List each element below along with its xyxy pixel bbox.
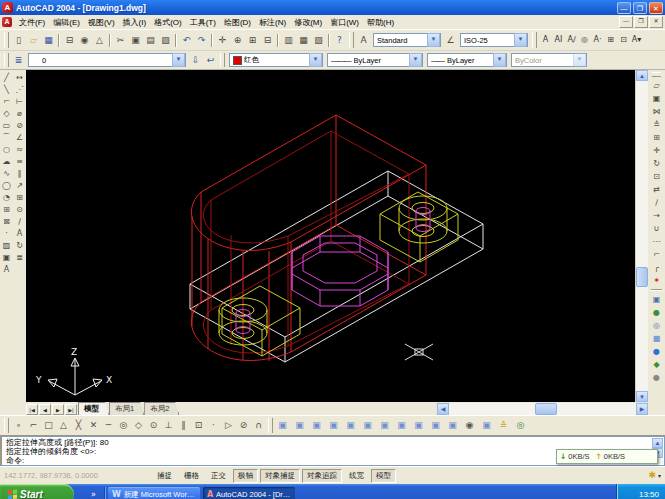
ne-isometric-button[interactable]: ▣ xyxy=(428,418,443,433)
snap-quadrant-button[interactable]: ◇ xyxy=(131,418,146,433)
spline-button[interactable]: ∿ xyxy=(1,168,13,180)
menu-view[interactable]: 视图(V) xyxy=(84,17,119,28)
designcenter-button[interactable]: ▦ xyxy=(296,33,311,48)
edit-text-button[interactable]: A∕ xyxy=(565,34,578,47)
linear-dimension-button[interactable]: ↔ xyxy=(14,72,26,84)
menu-help[interactable]: 帮助(H) xyxy=(363,17,398,28)
toggle-osnap-button[interactable]: 对象捕捉 xyxy=(260,469,300,483)
left-view-button[interactable]: ▣ xyxy=(326,418,341,433)
lock-button[interactable]: ≙ xyxy=(496,418,511,433)
dimension-style-button[interactable]: ≣ xyxy=(14,252,26,264)
move-button[interactable]: ✛ xyxy=(650,144,663,157)
dimension-edit-button[interactable]: ∕ xyxy=(14,216,26,228)
help-button[interactable]: ? xyxy=(332,33,347,48)
polyline-button[interactable]: ⌐ xyxy=(1,96,13,108)
layer-manager-button[interactable]: ≣ xyxy=(11,53,26,68)
arc-button[interactable]: ⌒ xyxy=(1,132,13,144)
snap-center-button[interactable]: ◎ xyxy=(116,418,131,433)
snap-insert-button[interactable]: ⊡ xyxy=(191,418,206,433)
rectangle-button[interactable]: ▭ xyxy=(1,120,13,132)
copy-object-button[interactable]: ▣ xyxy=(650,92,663,105)
point-button[interactable]: · xyxy=(1,228,13,240)
snap-midpoint-button[interactable]: △ xyxy=(56,418,71,433)
spell-check-button[interactable]: A· xyxy=(591,34,604,47)
scale-button[interactable]: ⊡ xyxy=(650,170,663,183)
fillet-button[interactable]: ╭ xyxy=(650,261,663,274)
toolbar-grip[interactable] xyxy=(4,418,9,433)
justify-text-button[interactable]: A▾ xyxy=(630,34,643,47)
publish-button[interactable]: △ xyxy=(92,33,107,48)
toggle-lineweight-button[interactable]: 线宽 xyxy=(344,469,369,483)
circle-button[interactable]: ○ xyxy=(1,144,13,156)
snap-tangent-button[interactable]: ⊙ xyxy=(146,418,161,433)
match-properties-button[interactable]: ▨ xyxy=(158,33,173,48)
region-button[interactable]: ▣ xyxy=(1,252,13,264)
rotate-button[interactable]: ↻ xyxy=(650,157,663,170)
snap-node-button[interactable]: · xyxy=(206,418,221,433)
text-style-button[interactable]: ⊞ xyxy=(604,34,617,47)
temporary-tracking-button[interactable]: ∘ xyxy=(11,418,26,433)
menu-window[interactable]: 窗口(W) xyxy=(326,17,363,28)
snap-none-button[interactable]: ⊘ xyxy=(236,418,251,433)
toolbar-grip[interactable] xyxy=(532,32,537,48)
ellipse-button[interactable]: ◯ xyxy=(1,180,13,192)
shade-gouraud-button[interactable]: ● xyxy=(650,371,663,384)
bottom-view-button[interactable]: ▣ xyxy=(309,418,324,433)
toggle-snap-button[interactable]: 捕捉 xyxy=(152,469,177,483)
dimension-update-button[interactable]: ↻ xyxy=(14,240,26,252)
vertical-scroll-track[interactable] xyxy=(636,81,648,391)
construction-line-button[interactable]: ╲ xyxy=(1,84,13,96)
named-views-button[interactable]: ▣ xyxy=(275,418,290,433)
break-at-point-button[interactable]: ∪ xyxy=(650,222,663,235)
osnap-settings-button[interactable]: ∩ xyxy=(251,418,266,433)
menu-dimension[interactable]: 标注(N) xyxy=(255,17,290,28)
toolbar-grip[interactable] xyxy=(220,53,225,67)
color-combo[interactable]: 红色 ▼ xyxy=(229,53,323,67)
minimize-button[interactable]: — xyxy=(617,2,631,14)
text-style-combo[interactable]: Standard ▼ xyxy=(373,33,441,47)
scroll-right-icon[interactable]: ▶ xyxy=(636,403,648,415)
chevron-down-icon[interactable]: ▾ xyxy=(658,473,661,479)
baseline-dimension-button[interactable]: ≡ xyxy=(14,156,26,168)
vertical-scrollbar[interactable]: ▲ ▼ xyxy=(635,70,648,402)
save-button[interactable]: ▦ xyxy=(41,33,56,48)
restore-button[interactable]: ❐ xyxy=(633,2,647,14)
chevron-down-icon[interactable]: ▼ xyxy=(514,33,527,47)
radius-dimension-button[interactable]: ⌀ xyxy=(14,108,26,120)
toggle-grid-button[interactable]: 栅格 xyxy=(179,469,204,483)
menu-draw[interactable]: 绘图(D) xyxy=(220,17,255,28)
snap-parallel-button[interactable]: ∥ xyxy=(176,418,191,433)
offset-button[interactable]: ≙ xyxy=(650,118,663,131)
shade-3d-wireframe-button[interactable]: ● xyxy=(650,345,663,358)
start-button[interactable]: Start xyxy=(0,484,74,499)
task-word[interactable]: W新建 Microsoft Word ... xyxy=(108,487,200,499)
mirror-button[interactable]: ⋈ xyxy=(650,105,663,118)
lineweight-combo[interactable]: —— ByLayer ▼ xyxy=(427,53,507,67)
scroll-down-icon[interactable]: ▼ xyxy=(636,391,648,402)
hatch-button[interactable]: ▨ xyxy=(1,240,13,252)
dimension-text-edit-button[interactable]: A xyxy=(14,228,26,240)
task-autocad[interactable]: AAutoCAD 2004 - [Dra... xyxy=(203,487,295,499)
new-file-button[interactable]: ▯ xyxy=(11,33,26,48)
tolerance-button[interactable]: ⊞ xyxy=(14,192,26,204)
array-button[interactable]: ⊞ xyxy=(650,131,663,144)
break-button[interactable]: ⋯ xyxy=(650,235,663,248)
paste-button[interactable]: ▤ xyxy=(143,33,158,48)
ucs-button[interactable]: ▣ xyxy=(479,418,494,433)
dim-style-combo[interactable]: ISO-25 ▼ xyxy=(460,33,528,47)
plot-button[interactable]: ⊟ xyxy=(62,33,77,48)
top-view-button[interactable]: ▣ xyxy=(292,418,307,433)
multiline-text-button[interactable]: A xyxy=(1,264,13,276)
communication-center-icon[interactable]: ✱ xyxy=(648,471,656,480)
quick-dimension-button[interactable]: ≈ xyxy=(14,144,26,156)
properties-button[interactable]: ▥ xyxy=(281,33,296,48)
menu-insert[interactable]: 插入(I) xyxy=(119,17,151,28)
angular-dimension-button[interactable]: ∠ xyxy=(14,132,26,144)
insert-block-button[interactable]: ⊞ xyxy=(1,204,13,216)
toolbar-grip[interactable] xyxy=(349,32,354,48)
snap-endpoint-button[interactable]: □ xyxy=(41,418,56,433)
line-button[interactable]: ╱ xyxy=(1,72,13,84)
tab-next-button[interactable]: ▶ xyxy=(52,404,64,415)
single-line-text-button[interactable]: AI xyxy=(552,34,565,47)
zoom-window-button[interactable]: ⊞ xyxy=(245,33,260,48)
